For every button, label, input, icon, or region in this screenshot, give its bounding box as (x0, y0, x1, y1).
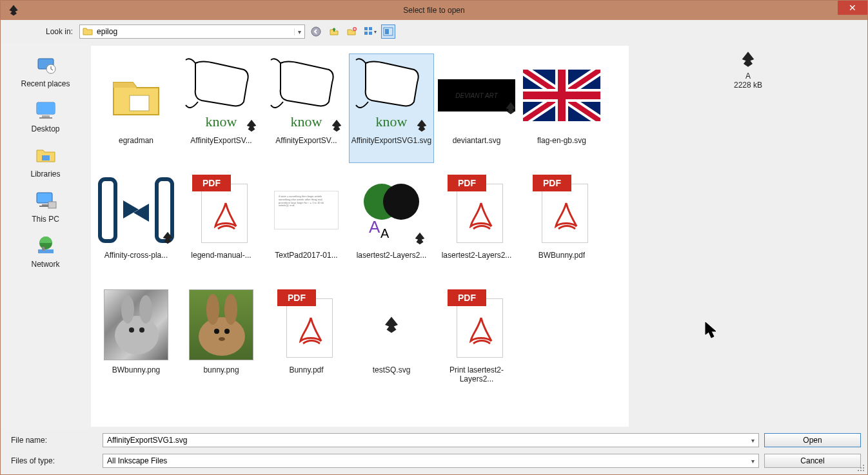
svg-point-31 (383, 184, 419, 220)
file-item[interactable]: knowAffinityExportSVG1.svg (349, 53, 434, 163)
svg-point-34 (115, 316, 159, 354)
sidebar-item-label: This PC (32, 215, 59, 224)
chevron-down-icon: ▾ (294, 28, 304, 35)
file-name-label: BWBunny.pdf (538, 251, 585, 260)
file-item[interactable]: knowAffinityExportSV... (179, 53, 264, 163)
sidebar-item-desktop[interactable]: Desktop (14, 95, 78, 137)
new-folder-button[interactable] (345, 24, 359, 39)
file-name-label: AffinityExportSVG1.svg (351, 137, 432, 146)
file-name-label: lasertest2-Layers2... (357, 251, 427, 260)
file-item[interactable]: flag-en-gb.svg (519, 53, 604, 163)
inkscape-app-icon (6, 3, 21, 18)
svg-rect-50 (863, 470, 864, 471)
filename-label: File name: (7, 436, 97, 445)
file-thumbnail (182, 286, 260, 364)
file-item[interactable]: Affinity-cross-pla... (94, 168, 179, 278)
svg-point-40 (206, 294, 219, 325)
sidebar-item-recent-places[interactable]: Recent places (14, 50, 78, 92)
file-item[interactable]: BWbunny.png (94, 283, 179, 393)
svg-rect-2 (364, 27, 368, 30)
recent-places-icon (33, 52, 59, 78)
file-item[interactable]: PDFlegend-manual-... (179, 168, 264, 278)
desktop-icon (33, 97, 59, 123)
file-item[interactable]: testSQ.svg (349, 283, 434, 393)
sidebar-item-label: Network (31, 260, 59, 269)
preview-toggle-button[interactable] (381, 24, 395, 39)
svg-rect-12 (42, 115, 50, 117)
filetype-label: Files of type: (7, 456, 97, 465)
svg-rect-45 (863, 465, 864, 466)
file-thumbnail: know (268, 57, 345, 134)
file-thumbnail (97, 171, 175, 249)
close-icon: ✕ (849, 3, 856, 13)
svg-rect-22 (130, 95, 149, 111)
places-sidebar: Recent places Desktop Libraries This PC … (1, 43, 91, 429)
file-item[interactable]: PDFPrint lasertest2-Layers2... (434, 283, 519, 393)
network-icon (33, 233, 59, 258)
sidebar-item-this-pc[interactable]: This PC (14, 185, 78, 228)
cancel-button-label: Cancel (800, 456, 824, 465)
filetype-value: All Inkscape Files (107, 456, 747, 465)
svg-rect-18 (48, 202, 56, 208)
svg-rect-48 (858, 470, 859, 471)
open-file-dialog: Select file to open ✕ Look in: epilog ▾ … (0, 0, 868, 475)
lookin-combobox[interactable]: epilog ▾ (79, 24, 305, 39)
sidebar-item-libraries[interactable]: Libraries (14, 140, 78, 182)
preview-icon (735, 50, 761, 69)
svg-point-43 (224, 329, 230, 334)
file-thumbnail: know (182, 57, 260, 134)
close-button[interactable]: ✕ (838, 1, 867, 15)
footer: File name: AffinityExportSVG1.svg ▾ Open… (1, 429, 867, 474)
svg-rect-11 (37, 102, 55, 114)
sidebar-item-network[interactable]: Network (14, 230, 78, 273)
file-name-label: BWbunny.png (112, 366, 161, 375)
file-name-label: flag-en-gb.svg (537, 137, 586, 146)
file-thumbnail: if state = something then begin writeln … (268, 171, 345, 249)
file-item[interactable]: knowAffinityExportSV... (264, 53, 349, 163)
folder-icon (83, 26, 93, 37)
libraries-icon (33, 142, 59, 168)
file-item[interactable]: PDFBunny.pdf (264, 283, 349, 393)
file-name-label: egradman (119, 137, 153, 146)
svg-point-41 (224, 294, 237, 325)
file-thumbnail (353, 286, 430, 364)
file-item[interactable]: AAlasertest2-Layers2... (349, 168, 434, 278)
svg-rect-46 (860, 467, 862, 469)
preview-name: A (745, 72, 751, 81)
resize-grip[interactable] (858, 465, 865, 472)
svg-rect-47 (863, 467, 864, 469)
file-name-label: TextPad2017-01... (275, 251, 337, 260)
back-button[interactable] (309, 24, 323, 39)
file-item[interactable]: bunny.png (179, 283, 264, 393)
file-item[interactable]: PDFBWBunny.pdf (519, 168, 604, 278)
view-menu-button[interactable]: ▾ (363, 24, 377, 39)
filename-input[interactable]: AffinityExportSVG1.svg ▾ (103, 433, 759, 447)
file-thumbnail: PDF (268, 286, 345, 364)
file-item[interactable]: if state = something then begin writeln … (264, 168, 349, 278)
svg-rect-20 (38, 249, 54, 253)
file-name-label: AffinityExportSV... (275, 137, 337, 146)
chevron-down-icon: ▾ (747, 437, 758, 444)
open-button[interactable]: Open (764, 433, 861, 447)
file-thumbnail (523, 57, 600, 134)
svg-rect-28 (100, 179, 115, 241)
file-item[interactable]: DEVIANT ARTdeviantart.svg (434, 53, 519, 163)
sidebar-item-label: Recent places (21, 79, 70, 88)
titlebar-title: Select file to open (1, 6, 867, 15)
svg-text:A: A (380, 226, 390, 240)
svg-point-36 (139, 295, 152, 324)
cancel-button[interactable]: Cancel (764, 454, 861, 468)
file-name-label: testSQ.svg (373, 366, 411, 375)
file-item[interactable]: egradman (94, 53, 179, 163)
up-one-level-button[interactable] (327, 24, 341, 39)
lookin-label: Look in: (46, 27, 73, 36)
titlebar: Select file to open ✕ (1, 1, 867, 20)
sidebar-item-label: Desktop (31, 124, 59, 133)
filetype-combobox[interactable]: All Inkscape Files ▾ (103, 454, 759, 468)
preview-size: 2228 kB (734, 81, 762, 90)
file-item[interactable]: PDFlasertest2-Layers2... (434, 168, 519, 278)
file-name-label: AffinityExportSV... (190, 137, 252, 146)
file-name-label: bunny.png (203, 366, 239, 375)
file-list[interactable]: egradmanknowAffinityExportSV...knowAffin… (91, 46, 629, 427)
file-thumbnail: DEVIANT ART (438, 57, 515, 134)
